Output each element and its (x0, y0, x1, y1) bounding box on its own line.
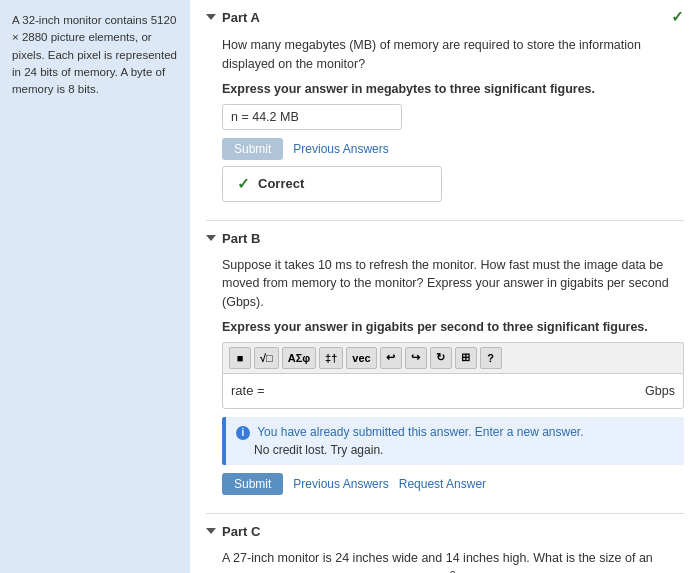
toolbar-sigma-icon: ΑΣφ (288, 352, 310, 364)
toolbar-vec-btn[interactable]: vec (346, 347, 376, 369)
part-b-submit-button[interactable]: Submit (222, 473, 283, 495)
toolbar-refresh-icon: ↻ (436, 351, 445, 364)
part-b-label: Part B (222, 231, 260, 246)
part-a-collapse-icon[interactable] (206, 14, 216, 20)
part-c-header: Part C (206, 524, 684, 539)
part-a-correct-icon: ✓ (671, 8, 684, 26)
part-b-info-box: i You have already submitted this answer… (222, 417, 684, 465)
part-b-rate-input[interactable] (271, 380, 640, 402)
part-a-question: How many megabytes (MB) of memory are re… (222, 36, 684, 74)
toolbar-vec-icon: vec (352, 352, 370, 364)
toolbar-undo-btn[interactable]: ↩ (380, 347, 402, 369)
part-b-instruction: Express your answer in gigabits per seco… (222, 320, 684, 334)
toolbar-grid-icon: ⊞ (461, 351, 470, 364)
part-a-correct-box: ✓ Correct (222, 166, 442, 202)
toolbar-sigma-btn[interactable]: ΑΣφ (282, 347, 316, 369)
part-a-answer-text: n = 44.2 MB (231, 110, 299, 124)
part-c-section: Part C A 27-inch monitor is 24 inches wi… (206, 524, 684, 573)
toolbar-dagger-icon: ‡† (325, 352, 337, 364)
toolbar-help-icon: ? (487, 352, 494, 364)
part-b-section: Part B Suppose it takes 10 ms to refresh… (206, 231, 684, 495)
toolbar-redo-icon: ↪ (411, 351, 420, 364)
toolbar-help-btn[interactable]: ? (480, 347, 502, 369)
part-c-label: Part C (222, 524, 260, 539)
part-a-instruction: Express your answer in megabytes to thre… (222, 82, 684, 96)
part-a-header: Part A ✓ (206, 8, 684, 26)
toolbar-square-btn[interactable]: ■ (229, 347, 251, 369)
toolbar-sqrt-icon: √□ (260, 352, 273, 364)
toolbar-redo-btn[interactable]: ↪ (405, 347, 427, 369)
part-a-section: Part A ✓ How many megabytes (MB) of memo… (206, 8, 684, 202)
sidebar-text: A 32-inch monitor contains 5120 × 2880 p… (12, 14, 177, 95)
part-b-info-icon: i (236, 426, 250, 440)
part-b-input-area: rate = Gbps (222, 373, 684, 409)
toolbar-grid-btn[interactable]: ⊞ (455, 347, 477, 369)
toolbar-square-icon: ■ (237, 352, 244, 364)
part-a-checkmark: ✓ (237, 175, 250, 193)
part-b-info-link[interactable]: You have already submitted this answer. … (257, 425, 583, 439)
part-b-question: Suppose it takes 10 ms to refresh the mo… (222, 256, 684, 312)
part-a-link-row: Submit Previous Answers (222, 138, 684, 160)
part-a-label: Part A (222, 10, 260, 25)
part-b-request-answer-link[interactable]: Request Answer (399, 477, 486, 491)
divider-bc (206, 513, 684, 514)
part-b-info-sub: No credit lost. Try again. (236, 443, 383, 457)
part-b-body: Suppose it takes 10 ms to refresh the mo… (206, 256, 684, 495)
sidebar: A 32-inch monitor contains 5120 × 2880 p… (0, 0, 190, 573)
divider-ab (206, 220, 684, 221)
part-a-previous-answers-link[interactable]: Previous Answers (293, 142, 388, 156)
part-b-math-toolbar: ■ √□ ΑΣφ ‡† vec ↩ ↪ ↻ ⊞ ? (222, 342, 684, 373)
toolbar-undo-icon: ↩ (386, 351, 395, 364)
part-b-collapse-icon[interactable] (206, 235, 216, 241)
part-b-rate-prefix: rate = (231, 383, 265, 398)
part-c-question: A 27-inch monitor is 24 inches wide and … (222, 549, 684, 573)
page-layout: A 32-inch monitor contains 5120 × 2880 p… (0, 0, 700, 573)
part-b-link-row: Submit Previous Answers Request Answer (222, 473, 684, 495)
part-b-unit: Gbps (645, 384, 675, 398)
toolbar-dagger-btn[interactable]: ‡† (319, 347, 343, 369)
part-b-header: Part B (206, 231, 684, 246)
toolbar-sqrt-btn[interactable]: √□ (254, 347, 279, 369)
part-a-submit-button[interactable]: Submit (222, 138, 283, 160)
part-c-body: A 27-inch monitor is 24 inches wide and … (206, 549, 684, 573)
part-c-collapse-icon[interactable] (206, 528, 216, 534)
toolbar-refresh-btn[interactable]: ↻ (430, 347, 452, 369)
part-a-answer-display: n = 44.2 MB (222, 104, 402, 130)
part-a-correct-text: Correct (258, 176, 304, 191)
part-b-previous-answers-link[interactable]: Previous Answers (293, 477, 388, 491)
main-content: Part A ✓ How many megabytes (MB) of memo… (190, 0, 700, 573)
part-a-body: How many megabytes (MB) of memory are re… (206, 36, 684, 202)
